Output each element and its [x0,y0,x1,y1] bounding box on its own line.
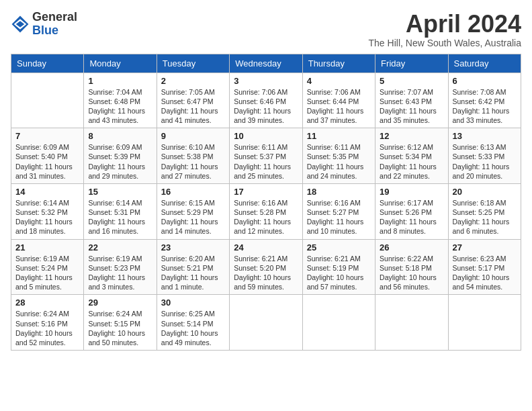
day-info: Sunrise: 6:22 AM Sunset: 5:18 PM Dayligh… [380,254,443,292]
day-info: Sunrise: 6:12 AM Sunset: 5:34 PM Dayligh… [380,142,443,181]
calendar-cell: 4Sunrise: 7:06 AM Sunset: 6:44 PM Daylig… [302,73,375,128]
calendar-cell: 27Sunrise: 6:23 AM Sunset: 5:17 PM Dayli… [448,239,521,295]
day-info: Sunrise: 6:13 AM Sunset: 5:33 PM Dayligh… [453,142,517,181]
day-number: 3 [234,76,298,86]
day-info: Sunrise: 6:17 AM Sunset: 5:26 PM Dayligh… [380,198,443,236]
calendar-cell: 3Sunrise: 7:06 AM Sunset: 6:46 PM Daylig… [230,73,302,128]
day-number: 9 [161,131,225,141]
logo-text: General Blue [32,11,77,38]
day-info: Sunrise: 6:19 AM Sunset: 5:23 PM Dayligh… [88,254,152,292]
day-number: 11 [307,131,371,141]
calendar-cell: 15Sunrise: 6:14 AM Sunset: 5:31 PM Dayli… [84,183,157,239]
calendar-cell: 13Sunrise: 6:13 AM Sunset: 5:33 PM Dayli… [448,128,521,184]
logo-icon [11,15,30,34]
week-row-4: 21Sunrise: 6:19 AM Sunset: 5:24 PM Dayli… [11,239,521,295]
week-row-1: 1Sunrise: 7:04 AM Sunset: 6:48 PM Daylig… [11,73,521,128]
day-number: 4 [307,76,371,86]
calendar-cell: 9Sunrise: 6:10 AM Sunset: 5:38 PM Daylig… [157,128,229,184]
calendar-cell [302,295,375,351]
day-info: Sunrise: 6:23 AM Sunset: 5:17 PM Dayligh… [453,254,517,292]
day-number: 14 [15,187,79,197]
day-number: 8 [88,131,152,141]
calendar-cell [230,295,302,351]
calendar-cell [448,295,521,351]
day-number: 1 [88,76,152,86]
day-info: Sunrise: 6:11 AM Sunset: 5:35 PM Dayligh… [307,142,371,181]
logo: General Blue [11,11,77,38]
day-info: Sunrise: 6:25 AM Sunset: 5:14 PM Dayligh… [161,309,225,347]
day-number: 27 [453,242,517,253]
day-number: 12 [380,131,443,141]
calendar-cell: 7Sunrise: 6:09 AM Sunset: 5:40 PM Daylig… [11,128,84,184]
weekday-header-tuesday: Tuesday [157,54,229,73]
calendar-cell: 2Sunrise: 7:05 AM Sunset: 6:47 PM Daylig… [157,73,229,128]
day-info: Sunrise: 6:09 AM Sunset: 5:40 PM Dayligh… [15,142,79,181]
calendar-cell: 28Sunrise: 6:24 AM Sunset: 5:16 PM Dayli… [11,295,84,351]
day-info: Sunrise: 6:24 AM Sunset: 5:16 PM Dayligh… [15,309,79,347]
day-number: 10 [234,131,298,141]
day-number: 25 [307,242,371,253]
day-number: 2 [161,76,225,86]
day-info: Sunrise: 6:20 AM Sunset: 5:21 PM Dayligh… [161,254,225,292]
day-info: Sunrise: 6:16 AM Sunset: 5:28 PM Dayligh… [234,198,298,236]
day-info: Sunrise: 7:06 AM Sunset: 6:44 PM Dayligh… [307,87,371,126]
day-number: 23 [161,242,225,253]
calendar-cell: 14Sunrise: 6:14 AM Sunset: 5:32 PM Dayli… [11,183,84,239]
day-info: Sunrise: 7:06 AM Sunset: 6:46 PM Dayligh… [234,87,298,126]
day-number: 28 [15,298,79,308]
page-header: General Blue April 2024 The Hill, New So… [11,11,521,48]
day-info: Sunrise: 6:15 AM Sunset: 5:29 PM Dayligh… [161,198,225,236]
calendar-cell: 18Sunrise: 6:16 AM Sunset: 5:27 PM Dayli… [302,183,375,239]
day-number: 22 [88,242,152,253]
calendar: SundayMondayTuesdayWednesdayThursdayFrid… [11,54,521,351]
day-number: 19 [380,187,443,197]
weekday-header-wednesday: Wednesday [230,54,302,73]
calendar-cell: 5Sunrise: 7:07 AM Sunset: 6:43 PM Daylig… [375,73,448,128]
day-number: 5 [380,76,443,86]
day-number: 15 [88,187,152,197]
calendar-cell: 21Sunrise: 6:19 AM Sunset: 5:24 PM Dayli… [11,239,84,295]
day-number: 18 [307,187,371,197]
day-number: 13 [453,131,517,141]
calendar-cell: 24Sunrise: 6:21 AM Sunset: 5:20 PM Dayli… [230,239,302,295]
day-number: 16 [161,187,225,197]
weekday-header-row: SundayMondayTuesdayWednesdayThursdayFrid… [11,54,521,73]
day-info: Sunrise: 7:08 AM Sunset: 6:42 PM Dayligh… [453,87,517,126]
calendar-cell: 11Sunrise: 6:11 AM Sunset: 5:35 PM Dayli… [302,128,375,184]
day-info: Sunrise: 7:07 AM Sunset: 6:43 PM Dayligh… [380,87,443,126]
calendar-cell: 20Sunrise: 6:18 AM Sunset: 5:25 PM Dayli… [448,183,521,239]
day-number: 7 [15,131,79,141]
month-title: April 2024 [369,11,521,38]
day-number: 30 [161,298,225,308]
week-row-2: 7Sunrise: 6:09 AM Sunset: 5:40 PM Daylig… [11,128,521,184]
day-number: 21 [15,242,79,253]
calendar-cell: 16Sunrise: 6:15 AM Sunset: 5:29 PM Dayli… [157,183,229,239]
calendar-cell [375,295,448,351]
calendar-cell: 1Sunrise: 7:04 AM Sunset: 6:48 PM Daylig… [84,73,157,128]
weekday-header-sunday: Sunday [11,54,84,73]
day-info: Sunrise: 6:14 AM Sunset: 5:32 PM Dayligh… [15,198,79,236]
calendar-cell: 19Sunrise: 6:17 AM Sunset: 5:26 PM Dayli… [375,183,448,239]
day-info: Sunrise: 6:18 AM Sunset: 5:25 PM Dayligh… [453,198,517,236]
week-row-5: 28Sunrise: 6:24 AM Sunset: 5:16 PM Dayli… [11,295,521,351]
day-info: Sunrise: 6:21 AM Sunset: 5:20 PM Dayligh… [234,254,298,292]
day-info: Sunrise: 6:19 AM Sunset: 5:24 PM Dayligh… [15,254,79,292]
calendar-cell: 6Sunrise: 7:08 AM Sunset: 6:42 PM Daylig… [448,73,521,128]
week-row-3: 14Sunrise: 6:14 AM Sunset: 5:32 PM Dayli… [11,183,521,239]
day-number: 6 [453,76,517,86]
calendar-cell: 10Sunrise: 6:11 AM Sunset: 5:37 PM Dayli… [230,128,302,184]
calendar-cell: 17Sunrise: 6:16 AM Sunset: 5:28 PM Dayli… [230,183,302,239]
title-block: April 2024 The Hill, New South Wales, Au… [369,11,521,48]
day-number: 20 [453,187,517,197]
day-info: Sunrise: 6:21 AM Sunset: 5:19 PM Dayligh… [307,254,371,292]
day-info: Sunrise: 6:16 AM Sunset: 5:27 PM Dayligh… [307,198,371,236]
calendar-cell: 12Sunrise: 6:12 AM Sunset: 5:34 PM Dayli… [375,128,448,184]
day-number: 26 [380,242,443,253]
calendar-cell: 25Sunrise: 6:21 AM Sunset: 5:19 PM Dayli… [302,239,375,295]
calendar-cell: 23Sunrise: 6:20 AM Sunset: 5:21 PM Dayli… [157,239,229,295]
weekday-header-saturday: Saturday [448,54,521,73]
day-info: Sunrise: 6:11 AM Sunset: 5:37 PM Dayligh… [234,142,298,181]
location: The Hill, New South Wales, Australia [369,38,521,48]
day-number: 24 [234,242,298,253]
calendar-cell: 26Sunrise: 6:22 AM Sunset: 5:18 PM Dayli… [375,239,448,295]
